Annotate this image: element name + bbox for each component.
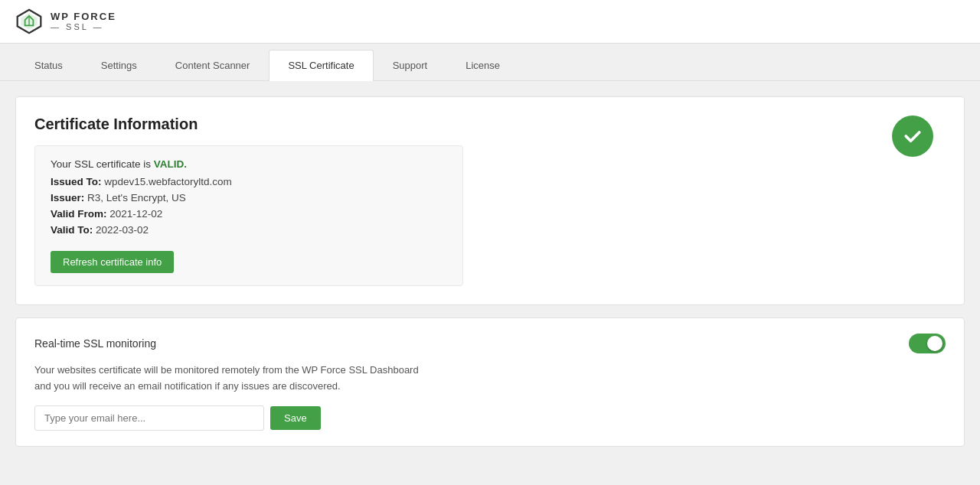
checkmark-icon <box>901 125 924 148</box>
main-content: Certificate Information Your SSL certifi… <box>0 81 980 464</box>
cert-info-box: Your SSL certificate is VALID. Issued To… <box>34 145 463 286</box>
logo: WP FORCE — SSL — <box>15 8 116 35</box>
cert-valid-from-value: 2021-12-02 <box>109 208 162 220</box>
email-row: Save <box>34 405 946 431</box>
monitoring-card: Real-time SSL monitoring Your websites c… <box>15 317 965 447</box>
tab-support[interactable]: Support <box>374 50 447 80</box>
monitoring-header: Real-time SSL monitoring <box>34 334 946 353</box>
logo-text: WP FORCE — SSL — <box>51 11 116 31</box>
section-title: Certificate Information <box>34 116 946 133</box>
cert-status-line: Your SSL certificate is VALID. <box>51 158 447 170</box>
email-input[interactable] <box>34 405 264 431</box>
cert-issued-to-value: wpdev15.webfactoryltd.com <box>104 176 232 187</box>
valid-check-circle <box>892 116 933 157</box>
cert-valid-to-label: Valid To: <box>51 224 93 236</box>
monitoring-label: Real-time SSL monitoring <box>34 337 156 350</box>
tabs-bar: Status Settings Content Scanner SSL Cert… <box>0 44 980 81</box>
cert-valid-to: Valid To: 2022-03-02 <box>51 224 447 236</box>
logo-name: WP FORCE <box>51 11 116 21</box>
logo-ssl: — SSL — <box>51 23 116 31</box>
cert-valid-from: Valid From: 2021-12-02 <box>51 208 447 220</box>
cert-valid-to-value: 2022-03-02 <box>96 224 149 236</box>
save-button[interactable]: Save <box>270 406 321 430</box>
tab-status[interactable]: Status <box>15 50 82 80</box>
monitoring-description: Your websites certificate will be monito… <box>34 363 433 395</box>
cert-issued-to-label: Issued To: <box>51 176 102 187</box>
tab-content-scanner[interactable]: Content Scanner <box>156 50 270 80</box>
cert-issuer-label: Issuer: <box>51 192 84 203</box>
header: WP FORCE — SSL — <box>0 0 980 44</box>
cert-status-prefix: Your SSL certificate is <box>51 158 154 170</box>
monitoring-toggle[interactable] <box>909 334 946 353</box>
toggle-slider <box>909 334 946 353</box>
refresh-certificate-button[interactable]: Refresh certificate info <box>51 251 174 273</box>
cert-issuer-value: R3, Let's Encrypt, US <box>87 192 186 203</box>
cert-issuer: Issuer: R3, Let's Encrypt, US <box>51 192 447 203</box>
tab-settings[interactable]: Settings <box>82 50 156 80</box>
cert-valid-from-label: Valid From: <box>51 208 107 220</box>
cert-issued-to: Issued To: wpdev15.webfactoryltd.com <box>51 176 447 187</box>
tab-ssl-certificate[interactable]: SSL Certificate <box>269 50 373 81</box>
tab-license[interactable]: License <box>446 50 519 80</box>
logo-icon <box>15 8 43 35</box>
certificate-card: Certificate Information Your SSL certifi… <box>15 96 965 305</box>
cert-status-value: VALID. <box>154 158 187 170</box>
